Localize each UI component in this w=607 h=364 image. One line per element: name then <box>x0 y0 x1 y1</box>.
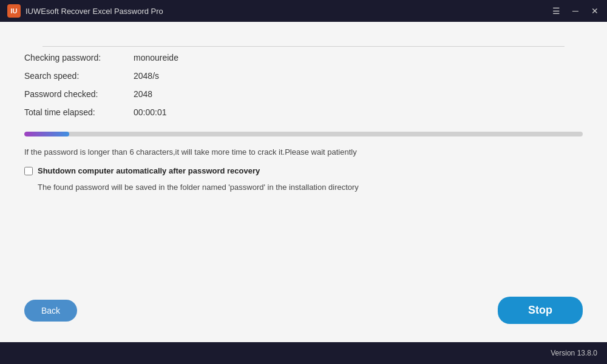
shutdown-checkbox-label[interactable]: Shutdown computer automatically after pa… <box>38 166 260 175</box>
notice-text: If the password is longer than 6 charact… <box>24 147 583 157</box>
menu-button[interactable]: ☰ <box>551 7 561 15</box>
progress-bar-fill <box>24 132 69 136</box>
progress-bar-container <box>24 132 583 136</box>
shutdown-checkbox-row: Shutdown computer automatically after pa… <box>24 166 583 175</box>
main-content: Checking password: monoureide Search spe… <box>0 22 607 342</box>
minimize-button[interactable]: ─ <box>571 7 580 15</box>
checking-password-label: Checking password: <box>24 53 134 62</box>
app-title: IUWEsoft Recover Excel Password Pro <box>25 7 551 16</box>
total-time-value: 00:00:01 <box>134 107 167 117</box>
button-row: Back Stop <box>24 297 583 324</box>
back-button[interactable]: Back <box>24 300 77 322</box>
save-notice: The found password will be saved in the … <box>38 183 583 192</box>
password-checked-row: Password checked: 2048 <box>24 89 583 99</box>
shutdown-checkbox[interactable] <box>24 167 33 175</box>
window-controls: ☰ ─ ✕ <box>551 7 600 15</box>
checking-password-value: monoureide <box>134 53 178 62</box>
checking-password-row: Checking password: monoureide <box>24 53 583 62</box>
search-speed-value: 2048/s <box>134 71 159 81</box>
search-speed-row: Search speed: 2048/s <box>24 71 583 81</box>
close-button[interactable]: ✕ <box>590 7 600 15</box>
search-speed-label: Search speed: <box>24 71 134 81</box>
footer: Version 13.8.0 <box>0 342 607 364</box>
version-text: Version 13.8.0 <box>551 349 597 357</box>
total-time-label: Total time elapsed: <box>24 107 134 117</box>
titlebar: IU IUWEsoft Recover Excel Password Pro ☰… <box>0 0 607 22</box>
app-logo: IU <box>7 4 21 18</box>
password-checked-label: Password checked: <box>24 89 134 99</box>
top-divider <box>42 46 565 47</box>
password-checked-value: 2048 <box>134 89 152 99</box>
stop-button[interactable]: Stop <box>498 297 583 324</box>
total-time-row: Total time elapsed: 00:00:01 <box>24 107 583 117</box>
